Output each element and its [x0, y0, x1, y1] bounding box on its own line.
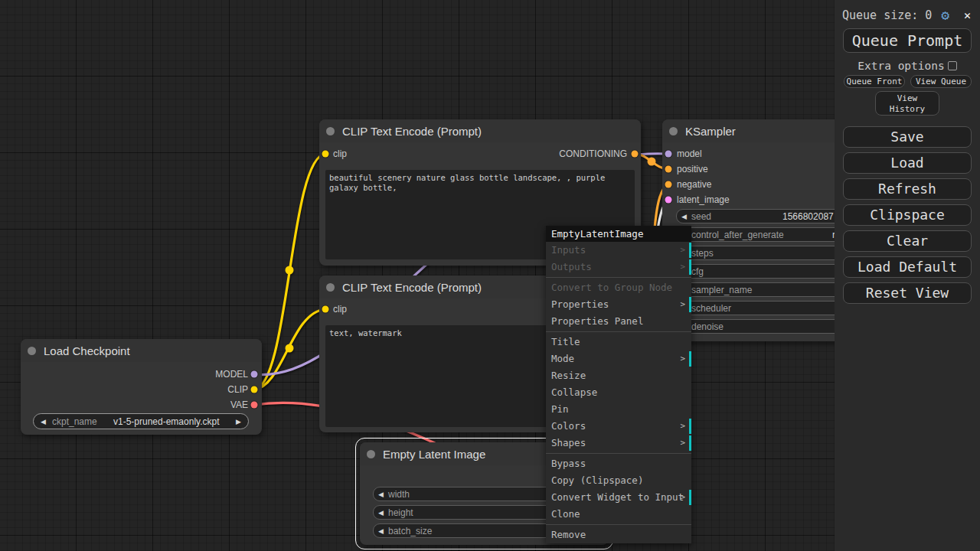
menu-item-label: Convert to Group Node	[551, 282, 672, 293]
submenu-arrow-icon: >	[680, 435, 685, 452]
submenu-arrow-icon: >	[680, 350, 685, 367]
submenu-accent-bar	[689, 243, 691, 258]
conditioning-output-port[interactable]	[632, 151, 639, 158]
widget-label: scheduler	[691, 303, 731, 314]
node-load-checkpoint[interactable]: Load Checkpoint MODEL CLIP VAE ◀ ckpt_na…	[21, 339, 262, 435]
menu-item-title[interactable]: Title	[546, 334, 691, 350]
node-title-bar[interactable]: CLIP Text Encode (Prompt)	[319, 119, 641, 142]
model-input-port[interactable]	[665, 151, 672, 158]
widget-label: control_after_generate	[691, 230, 784, 240]
widget-label: denoise	[691, 321, 724, 332]
save-button[interactable]: Save	[843, 126, 972, 148]
clipspace-button[interactable]: Clipspace	[843, 204, 972, 226]
menu-item-pin[interactable]: Pin	[546, 401, 691, 418]
node-title-text: Empty Latent Image	[383, 448, 485, 461]
menu-item-label: Convert Widget to Input	[551, 491, 684, 503]
model-output-port[interactable]	[251, 371, 258, 378]
menu-item-resize[interactable]: Resize	[546, 367, 691, 384]
node-title-text: KSampler	[685, 125, 736, 138]
context-menu-title: EmptyLatentImage	[546, 226, 691, 242]
menu-item-convert-widget-to-input[interactable]: Convert Widget to Input >	[546, 489, 691, 506]
submenu-accent-bar	[689, 435, 691, 451]
widget-label: cfg	[691, 266, 704, 277]
next-option-arrow-icon[interactable]: ▶	[236, 418, 241, 425]
node-status-dot	[326, 127, 335, 135]
widget-label: ckpt_name	[52, 416, 97, 427]
comfy-menu-panel: Queue size: 0 ⚙ ✕ Queue Prompt Extra opt…	[835, 0, 980, 551]
menu-item-label: Resize	[551, 370, 586, 381]
menu-item-colors[interactable]: Colors >	[546, 418, 691, 435]
menu-item-copy-clipspace[interactable]: Copy (Clipspace)	[546, 472, 691, 489]
negative-input-label: negative	[677, 179, 711, 190]
menu-item-shapes[interactable]: Shapes >	[546, 435, 691, 452]
menu-item-label: Outputs	[551, 261, 592, 272]
node-status-dot	[669, 127, 678, 135]
decrement-arrow-icon[interactable]: ◀	[378, 509, 384, 517]
view-history-button[interactable]: View History	[875, 91, 939, 116]
node-title-bar[interactable]: Load Checkpoint	[21, 339, 262, 362]
decrement-arrow-icon[interactable]: ◀	[681, 213, 687, 220]
node-status-dot	[326, 283, 335, 292]
model-output-label: MODEL	[215, 369, 248, 380]
ckpt-name-widget[interactable]: ◀ ckpt_name v1-5-pruned-emaonly.ckpt ▶	[33, 413, 249, 429]
clip-input-port[interactable]	[322, 151, 329, 158]
extra-options-checkbox[interactable]	[948, 61, 957, 70]
vae-output-label: VAE	[230, 399, 248, 410]
menu-separator	[546, 524, 691, 525]
load-default-button[interactable]: Load Default	[843, 256, 972, 278]
queue-prompt-button[interactable]: Queue Prompt	[843, 28, 972, 53]
menu-item-label: Colors	[551, 420, 586, 432]
menu-item-label: Collapse	[551, 386, 597, 398]
menu-item-collapse[interactable]: Collapse	[546, 384, 691, 401]
decrement-arrow-icon[interactable]: ◀	[378, 527, 384, 535]
menu-item-clone[interactable]: Clone	[546, 506, 691, 523]
positive-input-label: positive	[677, 164, 708, 174]
menu-item-label: Title	[551, 336, 580, 347]
menu-item-label: Properties Panel	[551, 315, 643, 327]
clip-input-label: clip	[333, 304, 347, 315]
widget-label: width	[388, 489, 410, 500]
widget-label: batch_size	[388, 526, 432, 536]
conditioning-output-label: CONDITIONING	[559, 148, 627, 159]
load-button[interactable]: Load	[843, 152, 972, 174]
menu-item-label: Bypass	[551, 458, 586, 469]
latent-image-input-port[interactable]	[665, 197, 672, 204]
submenu-arrow-icon: >	[680, 242, 685, 259]
menu-item-label: Remove	[551, 529, 586, 540]
queue-size-label: Queue size: 0	[842, 8, 932, 22]
close-icon[interactable]: ✕	[964, 7, 971, 24]
clip-output-port[interactable]	[251, 386, 258, 393]
clip-input-label: clip	[333, 148, 347, 159]
view-queue-button[interactable]: View Queue	[910, 75, 972, 88]
negative-input-port[interactable]	[665, 181, 672, 188]
submenu-accent-bar	[689, 490, 691, 505]
refresh-button[interactable]: Refresh	[843, 178, 972, 200]
menu-item-label: Clone	[551, 508, 580, 520]
model-input-label: model	[677, 148, 702, 159]
comfyui-app: CLIP Text Encode (Prompt) clip CONDITION…	[0, 0, 980, 551]
menu-item-properties[interactable]: Properties >	[546, 296, 691, 313]
queue-front-button[interactable]: Queue Front	[844, 75, 905, 88]
menu-item-label: Mode	[551, 353, 574, 364]
menu-item-bypass[interactable]: Bypass	[546, 455, 691, 472]
reset-view-button[interactable]: Reset View	[843, 282, 972, 304]
clip-input-port[interactable]	[322, 306, 329, 313]
positive-input-port[interactable]	[665, 166, 672, 173]
settings-gear-icon[interactable]: ⚙	[941, 7, 949, 24]
menu-item-label: Properties	[551, 298, 609, 310]
menu-item-mode[interactable]: Mode >	[546, 350, 691, 367]
prev-option-arrow-icon[interactable]: ◀	[41, 418, 46, 425]
menu-item-remove[interactable]: Remove	[546, 527, 691, 543]
clear-button[interactable]: Clear	[843, 230, 972, 252]
menu-separator	[546, 277, 691, 278]
latent-image-input-label: latent_image	[677, 194, 730, 205]
vae-output-port[interactable]	[251, 402, 258, 409]
menu-item-properties-panel[interactable]: Properties Panel	[546, 313, 691, 330]
decrement-arrow-icon[interactable]: ◀	[378, 491, 384, 498]
menu-item-label: Copy (Clipspace)	[551, 474, 643, 486]
submenu-arrow-icon: >	[680, 296, 685, 313]
menu-item-outputs: Outputs >	[546, 259, 691, 276]
widget-label: height	[388, 507, 413, 518]
submenu-accent-bar	[689, 259, 691, 275]
widget-label: sampler_name	[691, 285, 752, 295]
